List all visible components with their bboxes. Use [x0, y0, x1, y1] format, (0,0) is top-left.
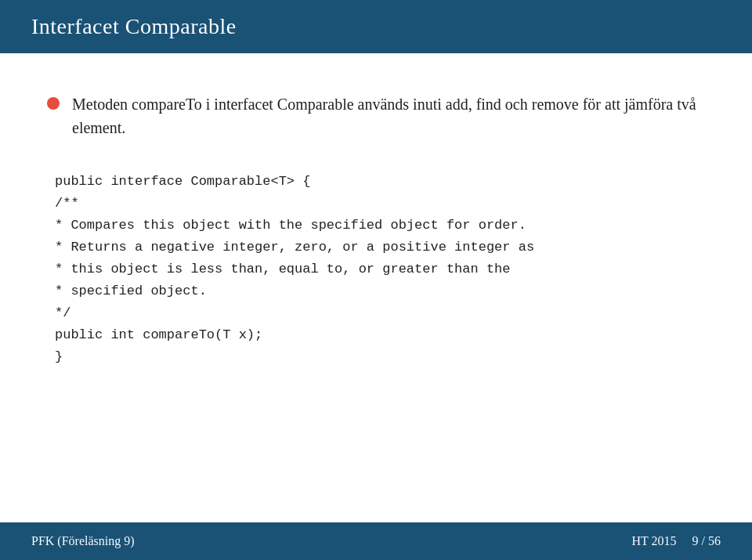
code-line-2: /**: [55, 193, 705, 215]
code-line-3: * Compares this object with the specifie…: [55, 215, 705, 237]
code-line-8: public int compareTo(T x);: [55, 324, 705, 346]
bullet-dot: [47, 97, 60, 110]
bullet-section: Metoden compareTo i interfacet Comparabl…: [47, 92, 705, 139]
code-line-4: * Returns a negative integer, zero, or a…: [55, 237, 705, 258]
footer-course: HT 2015: [632, 534, 677, 548]
code-line-1: public interface Comparable<T> {: [55, 171, 705, 193]
slide-footer: PFK (Föreläsning 9) HT 2015 9 / 56: [0, 522, 752, 560]
slide-header: Interfacet Comparable: [0, 0, 752, 53]
slide-title: Interfacet Comparable: [31, 14, 237, 39]
slide-content: Metoden compareTo i interfacet Comparabl…: [0, 53, 752, 522]
slide: Interfacet Comparable Metoden compareTo …: [0, 0, 752, 560]
code-line-5: * this object is less than, equal to, or…: [55, 258, 705, 280]
footer-left-text: PFK (Föreläsning 9): [31, 534, 135, 548]
code-line-6: * specified object.: [55, 280, 705, 302]
footer-page: 9 / 56: [692, 534, 721, 548]
code-block: public interface Comparable<T> { /** * C…: [55, 171, 705, 368]
code-line-9: }: [55, 346, 705, 368]
code-line-7: */: [55, 302, 705, 324]
footer-right: HT 2015 9 / 56: [632, 534, 721, 548]
bullet-text: Metoden compareTo i interfacet Comparabl…: [72, 92, 705, 139]
